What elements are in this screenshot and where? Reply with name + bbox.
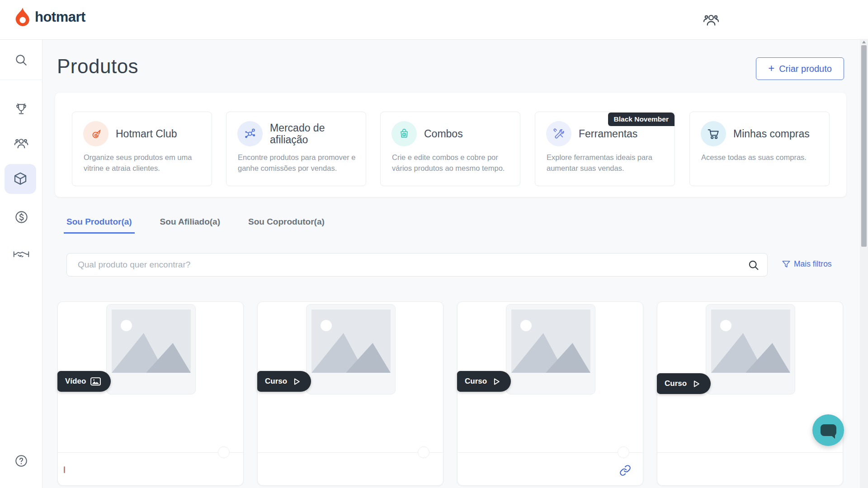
product-card[interactable]: Vídeo bbox=[57, 301, 244, 486]
more-filters-button[interactable]: Mais filtros bbox=[782, 259, 832, 269]
card-footer-divider bbox=[58, 452, 243, 453]
shortcut-description: Encontre produtos para promover e ganhe … bbox=[238, 152, 359, 174]
box-cube-icon bbox=[12, 171, 28, 187]
card-footer-divider bbox=[458, 452, 643, 453]
sidebar-item-community[interactable] bbox=[10, 133, 32, 155]
shortcut-title: Hotmart Club bbox=[116, 128, 177, 140]
shortcut-card-ferramentas[interactable]: Black November Ferramentas Explore ferra… bbox=[535, 112, 675, 186]
chat-widget-button[interactable] bbox=[812, 414, 844, 446]
badge-label: Vídeo bbox=[65, 377, 86, 386]
divider-notch bbox=[418, 446, 429, 458]
shortcut-card-hotmart-club[interactable]: Hotmart Club Organize seus produtos em u… bbox=[72, 112, 212, 186]
product-search-box bbox=[66, 253, 768, 277]
image-icon bbox=[90, 377, 101, 386]
product-card[interactable]: Curso bbox=[657, 301, 843, 486]
shortcut-description: Acesse todas as suas compras. bbox=[701, 152, 822, 163]
product-card[interactable]: Curso bbox=[457, 301, 643, 486]
shortcut-title: Ferramentas bbox=[579, 128, 637, 140]
product-format-badge: Curso bbox=[657, 373, 711, 394]
sidebar-item-rewards[interactable] bbox=[10, 98, 32, 119]
more-filters-label: Mais filtros bbox=[794, 259, 832, 269]
badge-label: Curso bbox=[465, 377, 487, 386]
top-bar: hotmart bbox=[0, 0, 868, 40]
divider-notch bbox=[618, 446, 629, 458]
sidebar-item-products-active[interactable] bbox=[5, 164, 36, 194]
scrollbar-up-arrow[interactable] bbox=[862, 41, 866, 43]
shortcuts-panel: Hotmart Club Organize seus produtos em u… bbox=[55, 93, 846, 197]
filter-funnel-icon bbox=[782, 260, 791, 268]
hotmart-logo[interactable]: hotmart bbox=[14, 7, 85, 28]
product-format-badge: Vídeo bbox=[57, 371, 111, 392]
trophy-icon bbox=[14, 101, 28, 116]
copy-link-icon[interactable] bbox=[619, 465, 631, 476]
affiliate-network-icon bbox=[237, 121, 263, 146]
scrollbar-thumb[interactable] bbox=[861, 45, 867, 247]
create-product-button[interactable]: + Criar produto bbox=[756, 57, 844, 80]
chat-bubble-icon bbox=[821, 424, 836, 436]
play-icon bbox=[292, 377, 301, 386]
shortcut-title: Minhas compras bbox=[733, 128, 810, 140]
hotmart-flame-icon bbox=[83, 121, 108, 146]
card-footer-divider bbox=[258, 452, 443, 453]
help-question-icon bbox=[14, 454, 28, 468]
play-icon bbox=[691, 379, 701, 389]
image-placeholder bbox=[306, 304, 396, 394]
shortcut-card-mercado-afiliacao[interactable]: Mercado de afiliação Encontre produtos p… bbox=[226, 112, 366, 186]
shortcut-description: Organize seus produtos em uma vitrine e … bbox=[84, 152, 204, 174]
product-card[interactable]: Curso bbox=[257, 301, 443, 486]
people-group-icon bbox=[14, 136, 29, 151]
role-tabs: Sou Produtor(a) Sou Afiliado(a) Sou Copr… bbox=[64, 216, 327, 234]
shortcut-title: Mercado de afiliação bbox=[270, 122, 360, 146]
tab-sou-coprodutor[interactable]: Sou Coprodutor(a) bbox=[245, 216, 327, 234]
sidebar-item-sales[interactable] bbox=[10, 206, 32, 228]
sidebar bbox=[0, 40, 42, 488]
create-product-label: Criar produto bbox=[779, 64, 832, 74]
cart-icon bbox=[701, 121, 726, 146]
sidebar-divider bbox=[0, 80, 42, 80]
shortcut-description: Explore ferramentas ideais para aumentar… bbox=[547, 152, 667, 174]
tab-sou-afiliado[interactable]: Sou Afiliado(a) bbox=[157, 216, 223, 234]
badge-label: Curso bbox=[265, 377, 287, 386]
product-search-input[interactable] bbox=[67, 253, 767, 276]
tab-sou-produtor[interactable]: Sou Produtor(a) bbox=[64, 216, 135, 234]
shortcut-card-minhas-compras[interactable]: Minhas compras Acesse todas as suas comp… bbox=[689, 112, 830, 186]
sidebar-item-partnerships[interactable] bbox=[10, 243, 32, 265]
shortcut-description: Crie e edite combos e cobre por vários p… bbox=[392, 152, 513, 174]
divider-notch bbox=[218, 446, 230, 458]
search-icon bbox=[14, 53, 28, 67]
image-placeholder bbox=[706, 304, 795, 394]
plus-icon: + bbox=[768, 62, 774, 75]
loading-mark bbox=[64, 466, 65, 473]
account-people-icon[interactable] bbox=[702, 11, 721, 30]
shortcut-title: Combos bbox=[424, 128, 463, 140]
search-submit-icon[interactable] bbox=[747, 259, 760, 272]
page-title: Produtos bbox=[57, 55, 138, 78]
hotmart-flame-logo-icon bbox=[14, 7, 31, 28]
play-icon bbox=[491, 377, 501, 386]
bag-dollar-icon: $ bbox=[392, 121, 417, 146]
image-placeholder bbox=[106, 304, 196, 394]
dollar-coin-icon bbox=[14, 210, 29, 225]
sidebar-item-help[interactable] bbox=[10, 450, 32, 472]
product-format-badge: Curso bbox=[457, 371, 511, 392]
card-footer-divider bbox=[657, 452, 843, 453]
sidebar-item-search[interactable] bbox=[10, 49, 32, 71]
handshake-icon bbox=[13, 247, 30, 261]
product-format-badge: Curso bbox=[257, 371, 311, 392]
shortcut-card-combos[interactable]: $ Combos Crie e edite combos e cobre por… bbox=[380, 112, 520, 186]
hotmart-products-page: hotmart bbox=[0, 0, 868, 488]
tools-icon bbox=[546, 121, 571, 146]
logo-wordmark: hotmart bbox=[35, 7, 85, 28]
badge-label: Curso bbox=[665, 379, 687, 388]
image-placeholder bbox=[506, 304, 595, 394]
